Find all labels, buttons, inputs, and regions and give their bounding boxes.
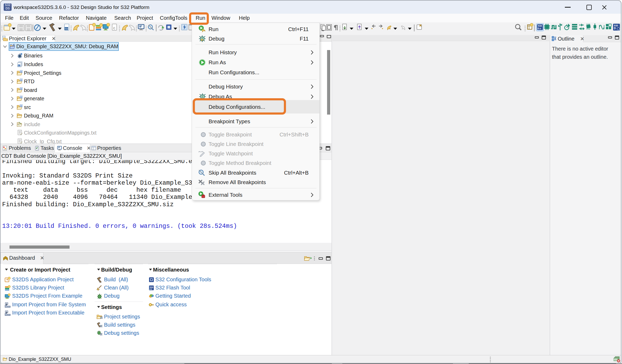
- svg-text:S32: S32: [538, 24, 542, 27]
- svg-text:c: c: [6, 357, 7, 359]
- svg-text:h: h: [18, 65, 20, 67]
- svg-text:D: D: [614, 27, 616, 30]
- svg-text:010: 010: [65, 27, 69, 30]
- svg-text:10: 10: [19, 53, 21, 55]
- svg-text:S32: S32: [614, 24, 618, 27]
- svg-text:FT: FT: [150, 288, 152, 291]
- svg-text:c: c: [13, 43, 15, 46]
- svg-text:c: c: [113, 26, 115, 30]
- svg-text:D.c: D.c: [537, 27, 541, 30]
